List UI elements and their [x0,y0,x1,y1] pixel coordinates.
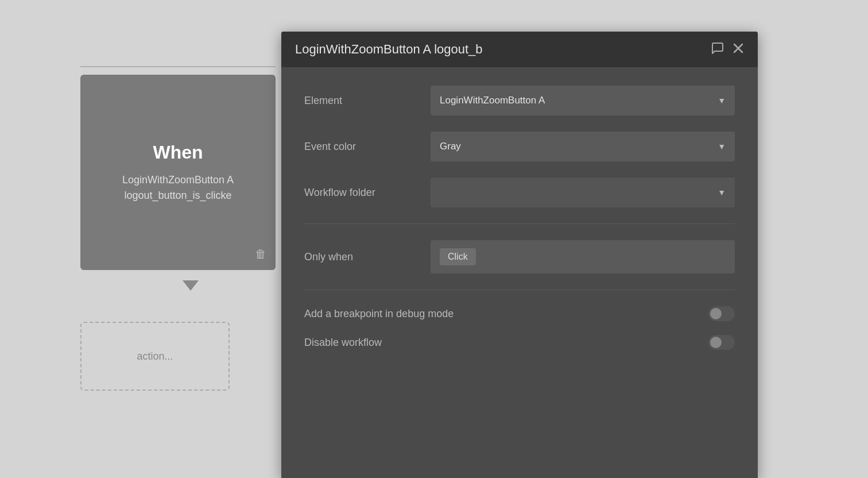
workflow-folder-dropdown-arrow: ▼ [718,188,726,197]
event-settings-panel: LoginWithZoomButton A logout_b Element L… [281,32,758,478]
top-connector-line [80,66,276,67]
only-when-label: Only when [304,251,431,263]
section-divider [304,223,735,224]
panel-body: Element LoginWithZoomButton A ▼ Event co… [281,67,758,382]
panel-title: LoginWithZoomButton A logout_b [295,42,483,57]
when-node-card[interactable]: When LoginWithZoomButton A logout_button… [80,75,276,270]
only-when-area[interactable]: Click [431,240,735,273]
event-color-row: Event color Gray ▼ [304,132,735,161]
workflow-folder-row: Workflow folder ▼ [304,178,735,207]
event-color-value: Gray [440,141,461,152]
section-divider-2 [304,290,735,290]
connector-arrow [183,280,199,291]
delete-node-icon[interactable]: 🗑 [255,248,266,261]
element-dropdown-arrow: ▼ [718,96,726,105]
panel-header-icons [711,41,744,57]
workflow-folder-dropdown[interactable]: ▼ [431,178,735,207]
panel-header: LoginWithZoomButton A logout_b [281,32,758,67]
comment-icon[interactable] [711,41,724,57]
element-label: Element [304,95,431,107]
action-placeholder-label: action... [137,350,173,363]
only-when-tag[interactable]: Click [440,248,476,265]
disable-workflow-label: Disable workflow [304,337,382,349]
element-value: LoginWithZoomButton A [440,95,545,106]
close-panel-button[interactable] [733,43,744,56]
breakpoint-toggle[interactable] [708,306,735,321]
event-color-dropdown[interactable]: Gray ▼ [431,132,735,161]
breakpoint-label: Add a breakpoint in debug mode [304,308,454,320]
disable-workflow-toggle-row: Disable workflow [304,335,735,350]
action-placeholder[interactable]: action... [80,322,230,391]
event-color-dropdown-arrow: ▼ [718,142,726,151]
workflow-folder-label: Workflow folder [304,187,431,199]
only-when-row: Only when Click [304,240,735,273]
element-dropdown[interactable]: LoginWithZoomButton A ▼ [431,86,735,115]
event-color-label: Event color [304,141,431,153]
when-description: LoginWithZoomButton A logout_button_is_c… [92,172,264,203]
element-row: Element LoginWithZoomButton A ▼ [304,86,735,115]
when-title: When [153,142,203,163]
breakpoint-toggle-row: Add a breakpoint in debug mode [304,306,735,321]
disable-workflow-toggle[interactable] [708,335,735,350]
